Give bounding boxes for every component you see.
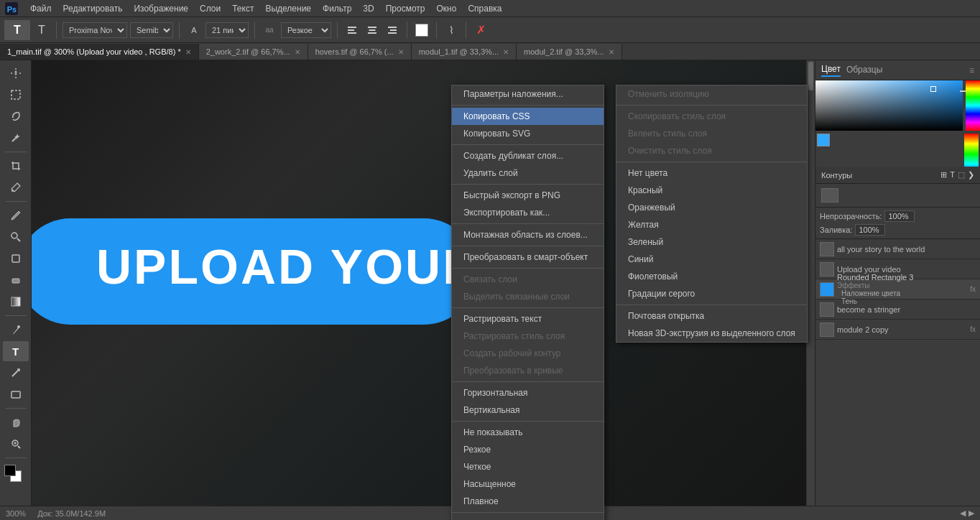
tab-4-close[interactable]: ✕: [503, 48, 509, 56]
opacity-input[interactable]: [884, 210, 915, 222]
font-size-select[interactable]: 21 пикс.: [205, 22, 249, 38]
menu-item-rasterize-text[interactable]: Растрировать текст: [452, 310, 604, 328]
menu-item-sharp[interactable]: Резкое: [452, 441, 604, 458]
eyedropper-tool[interactable]: [3, 177, 29, 198]
tab-2-work[interactable]: 2_work_2.tif @ 66,7%... ✕: [199, 44, 308, 60]
sub-menu-orange[interactable]: Оранжевый: [616, 199, 807, 216]
hand-tool[interactable]: [3, 412, 29, 432]
pen-tool[interactable]: [3, 320, 29, 340]
tab-1-main[interactable]: 1_main.tif @ 300% (Upload your video , R…: [0, 44, 199, 60]
align-right-btn[interactable]: [384, 22, 401, 39]
eraser-tool[interactable]: [3, 270, 29, 290]
panel-options-btn[interactable]: ≡: [969, 65, 974, 75]
menu-item-no-show[interactable]: Не показывать: [452, 424, 604, 441]
lasso-tool[interactable]: [3, 106, 29, 126]
sub-menu-violet[interactable]: Фиолетовый: [616, 268, 807, 285]
menu-item-params[interactable]: Параметры наложения...: [452, 85, 604, 103]
menu-item-vertical[interactable]: Вертикальная: [452, 401, 604, 419]
menu-select[interactable]: Выделение: [259, 0, 317, 17]
fill-input[interactable]: [855, 224, 885, 236]
panel-icon-2[interactable]: T: [950, 170, 955, 180]
menu-item-saturated[interactable]: Насыщенное: [452, 475, 604, 493]
layer-item-2[interactable]: Rounded Rectangle 3 Эффекты Наложение цв…: [815, 279, 980, 300]
align-center-btn[interactable]: [364, 22, 381, 39]
tab-3-close[interactable]: ✕: [398, 48, 404, 56]
menu-item-dup-layer[interactable]: Создать дубликат слоя...: [452, 147, 604, 164]
tab-5-close[interactable]: ✕: [609, 48, 614, 56]
sub-menu-3d-extrude[interactable]: Новая 3D-экструзия из выделенного слоя: [616, 325, 807, 342]
status-prev[interactable]: ◀: [960, 509, 966, 518]
menu-text[interactable]: Текст: [226, 0, 259, 17]
layer-thumb-4: [820, 322, 834, 337]
color-picker-panel[interactable]: [815, 80, 980, 167]
menu-file[interactable]: Файл: [24, 0, 57, 17]
text-color-swatch[interactable]: [413, 22, 430, 39]
menu-view[interactable]: Просмотр: [380, 0, 431, 17]
tab-1-close[interactable]: ✕: [185, 48, 191, 56]
layer-item-0[interactable]: all your story to the world: [815, 239, 980, 259]
color-tab[interactable]: Цвет: [821, 64, 841, 77]
menu-item-copy-svg[interactable]: Копировать SVG: [452, 125, 604, 142]
menu-3d[interactable]: 3D: [357, 0, 379, 17]
sub-menu-red[interactable]: Красный: [616, 182, 807, 199]
align-left-btn[interactable]: [343, 22, 361, 39]
type-tool[interactable]: T: [3, 341, 29, 361]
menu-edit[interactable]: Редактировать: [57, 0, 129, 17]
menu-image[interactable]: Изображение: [128, 0, 194, 17]
tab-4-modul1[interactable]: modul_1.tif @ 33,3%... ✕: [412, 44, 517, 60]
menu-window[interactable]: Окно: [430, 0, 462, 17]
layer-item-4[interactable]: module 2 copy fx: [815, 320, 980, 340]
type-tool-icon[interactable]: T: [4, 20, 30, 40]
history-brush-tool[interactable]: [3, 249, 29, 269]
status-next[interactable]: ▶: [969, 509, 974, 518]
tab-2-close[interactable]: ✕: [295, 48, 300, 56]
menu-item-export-as[interactable]: Экспортировать как...: [452, 204, 604, 221]
path-select-tool[interactable]: [3, 363, 29, 383]
menu-help[interactable]: Справка: [462, 0, 507, 17]
sub-menu-postcard[interactable]: Почтовая открытка: [616, 307, 807, 325]
menu-item-clear[interactable]: Четкое: [452, 458, 604, 475]
sub-menu-green[interactable]: Зеленый: [616, 233, 807, 251]
panel-icon-4[interactable]: ❯: [968, 170, 974, 180]
font-style-select[interactable]: Semibold: [130, 22, 173, 38]
color-field[interactable]: [815, 80, 963, 131]
menu-item-del-layer[interactable]: Удалить слой: [452, 164, 604, 182]
menu-item-quick-export[interactable]: Быстрый экспорт в PNG: [452, 187, 604, 204]
font-family-select[interactable]: Proxima Nova: [63, 22, 127, 38]
menu-filter[interactable]: Фильтр: [317, 0, 357, 17]
clone-stamp-tool[interactable]: [3, 227, 29, 247]
menu-layers[interactable]: Слои: [194, 0, 226, 17]
hue-strip[interactable]: [964, 134, 979, 167]
menu-item-copy-css[interactable]: Копировать CSS: [452, 108, 604, 125]
sub-menu-yellow[interactable]: Желтая: [616, 216, 807, 233]
panel-icon-1[interactable]: ⊞: [940, 170, 947, 180]
menu-item-artboard[interactable]: Монтажная область из слоев...: [452, 226, 604, 243]
menu-item-horizontal[interactable]: Горизонтальная: [452, 384, 604, 401]
fg-color-box[interactable]: [4, 465, 16, 476]
crop-tool[interactable]: [3, 156, 29, 176]
current-color-swatch[interactable]: [817, 134, 830, 147]
sub-menu-blue[interactable]: Синий: [616, 251, 807, 268]
marquee-tool[interactable]: [3, 85, 29, 105]
move-tool[interactable]: [3, 63, 29, 83]
panel-icon-3[interactable]: ⬚: [958, 170, 965, 180]
menu-item-smart-object[interactable]: Преобразовать в смарт-объект: [452, 249, 604, 266]
foreground-background-colors[interactable]: [4, 465, 27, 488]
tab-5-modul2[interactable]: modul_2.tif @ 33,3%... ✕: [517, 44, 621, 60]
menu-item-lcd-windows[interactable]: ЖКД Windows: [452, 515, 604, 520]
tab-3-hovers[interactable]: hovers.tif @ 66,7% (... ✕: [308, 44, 412, 60]
color-spectrum[interactable]: [966, 80, 980, 131]
type-mode-btn[interactable]: T: [33, 22, 50, 39]
swatches-tab[interactable]: Образцы: [846, 65, 882, 76]
zoom-tool[interactable]: [3, 434, 29, 454]
brush-tool[interactable]: [3, 205, 29, 226]
warp-text-btn[interactable]: ⌇: [443, 22, 460, 39]
sub-menu-no-color[interactable]: Нет цвета: [616, 164, 807, 182]
sub-menu-gray-grad[interactable]: Градации серого: [616, 285, 807, 302]
gradient-tool[interactable]: [3, 292, 29, 312]
magic-wand-tool[interactable]: [3, 128, 29, 148]
menu-item-smooth[interactable]: Плавное: [452, 493, 604, 510]
antialiasing-select[interactable]: Резкое: [281, 22, 331, 38]
shape-tool[interactable]: [3, 384, 29, 404]
cancel-btn[interactable]: ✗: [472, 22, 489, 39]
